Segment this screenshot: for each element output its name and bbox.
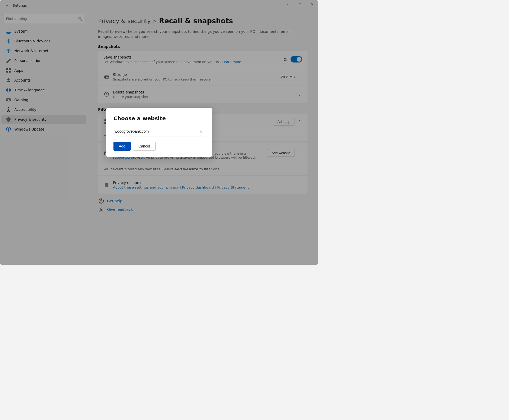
dialog-overlay: Choose a website ✕ Add Cancel <box>0 0 318 265</box>
dialog-input-wrap: ✕ <box>113 127 205 136</box>
dialog-actions: Add Cancel <box>113 142 205 151</box>
settings-window: ← Settings − □ ✕ 🔍 System <box>0 0 318 265</box>
dialog-cancel-button[interactable]: Cancel <box>133 142 156 151</box>
dialog-clear-button[interactable]: ✕ <box>198 129 204 134</box>
choose-website-dialog: Choose a website ✕ Add Cancel <box>106 108 212 157</box>
dialog-add-button[interactable]: Add <box>113 142 131 151</box>
dialog-title: Choose a website <box>113 115 205 122</box>
website-input[interactable] <box>113 127 205 136</box>
